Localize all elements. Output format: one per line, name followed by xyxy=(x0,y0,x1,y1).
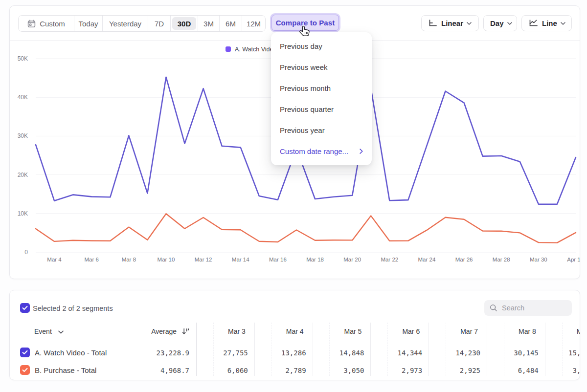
column-header-mar-3[interactable]: Mar 3 xyxy=(228,327,246,335)
column-divider xyxy=(370,323,371,376)
cell-value: 2,925 xyxy=(460,367,480,374)
column-divider xyxy=(545,323,545,376)
column-header-event[interactable]: Event xyxy=(34,327,64,335)
x-tick-label: Mar 14 xyxy=(232,257,249,262)
sort-icon xyxy=(182,328,189,335)
cell-average: 4,968.7 xyxy=(160,367,189,374)
x-tick-label: Mar 24 xyxy=(418,257,436,262)
average-header-label: Average xyxy=(151,327,177,335)
cell-value: 6,060 xyxy=(227,367,248,374)
x-tick-label: Mar 26 xyxy=(455,257,473,262)
row-checkbox[interactable] xyxy=(20,365,30,375)
series-line-b[interactable] xyxy=(36,214,576,242)
menu-item-label: Previous day xyxy=(280,42,322,50)
column-header-mar-4[interactable]: Mar 4 xyxy=(286,327,304,335)
cell-value: 15,232 xyxy=(568,349,580,357)
cell-value: 14,230 xyxy=(455,349,480,357)
column-divider-dotted xyxy=(504,323,504,376)
cell-value: 3,050 xyxy=(343,367,364,374)
x-tick-label: Mar 8 xyxy=(122,257,136,262)
x-tick-label: Mar 20 xyxy=(343,257,361,262)
column-divider xyxy=(313,323,313,376)
column-divider-dotted xyxy=(329,323,330,376)
cell-value: 3,200 xyxy=(572,367,580,374)
x-tick-label: Mar 28 xyxy=(493,257,510,262)
cell-value: 6,484 xyxy=(518,367,539,374)
y-tick-label: 40K xyxy=(9,94,28,101)
y-tick-label: 50K xyxy=(9,55,28,62)
row-label: B. Purchase - Total xyxy=(35,366,96,374)
preset-label: 6M xyxy=(226,20,236,28)
column-header-mar-5[interactable]: Mar 5 xyxy=(344,327,362,335)
column-header-mar-8[interactable]: Mar 8 xyxy=(519,327,536,335)
y-tick-label: 10K xyxy=(9,210,28,217)
cell-value: 30,145 xyxy=(514,349,539,357)
cell-value: 2,973 xyxy=(402,367,422,374)
column-divider-dotted xyxy=(562,323,563,376)
y-tick-label: 20K xyxy=(9,172,28,178)
cell-value: 27,755 xyxy=(223,349,248,357)
search-box[interactable] xyxy=(484,300,572,316)
column-divider xyxy=(254,323,255,376)
preset-label: 7D xyxy=(155,20,164,28)
check-icon xyxy=(22,350,28,355)
check-icon xyxy=(22,368,28,372)
x-tick-label: Mar 22 xyxy=(381,257,398,262)
x-tick-label: Mar 18 xyxy=(306,257,324,262)
column-divider xyxy=(429,323,429,376)
selected-segments-label: Selected 2 of 2 segments xyxy=(33,305,113,312)
column-divider-dotted xyxy=(213,323,214,376)
column-header-mar-6[interactable]: Mar 6 xyxy=(402,327,420,335)
cell-value: 14,344 xyxy=(398,349,423,357)
cell-value: 2,789 xyxy=(285,367,306,374)
preset-label: Custom xyxy=(40,20,65,28)
row-label: A. Watch Video - Total xyxy=(35,348,107,357)
menu-item-label: Custom date range... xyxy=(280,147,348,155)
column-header-mar-9[interactable]: Mar 9 xyxy=(577,327,580,335)
check-icon xyxy=(22,305,28,310)
menu-item-previous-day[interactable]: Previous day xyxy=(271,36,372,57)
menu-item-previous-month[interactable]: Previous month xyxy=(271,78,372,99)
column-divider-dotted xyxy=(387,323,388,376)
x-tick-label: Mar 4 xyxy=(47,257,61,262)
preset-label: Today xyxy=(78,20,98,28)
menu-item-label: Previous year xyxy=(280,126,325,134)
search-input[interactable] xyxy=(502,304,565,312)
menu-item-label: Previous quarter xyxy=(280,105,334,113)
x-tick-label: Apr 1 xyxy=(567,257,580,262)
event-header-label: Event xyxy=(34,327,52,335)
preset-label: 3M xyxy=(203,20,214,28)
menu-item-previous-quarter[interactable]: Previous quarter xyxy=(271,99,372,120)
x-tick-label: Mar 12 xyxy=(195,257,212,262)
chevron-down-icon xyxy=(58,330,64,334)
column-divider xyxy=(196,323,197,376)
menu-item-custom-date-range[interactable]: Custom date range... xyxy=(271,141,372,162)
pointer-cursor-icon xyxy=(299,25,310,37)
menu-item-label: Previous month xyxy=(280,84,331,92)
preset-label: 12M xyxy=(247,20,261,28)
search-icon xyxy=(490,304,497,312)
x-tick-label: Mar 16 xyxy=(269,257,287,262)
cell-average: 23,228.9 xyxy=(157,349,189,357)
column-header-mar-7[interactable]: Mar 7 xyxy=(460,327,478,335)
compare-to-past-menu: Previous dayPrevious weekPrevious monthP… xyxy=(271,32,372,165)
calendar-icon xyxy=(27,20,36,28)
column-divider xyxy=(487,323,487,376)
y-tick-label: 30K xyxy=(9,132,28,139)
preset-label: Yesterday xyxy=(109,20,141,28)
menu-item-previous-year[interactable]: Previous year xyxy=(271,120,372,141)
segments-table-card: Selected 2 of 2 segments Event Average M… xyxy=(9,290,580,380)
preset-label: 30D xyxy=(178,20,191,28)
y-tick-label: 0 xyxy=(9,249,28,256)
cell-value: 13,286 xyxy=(281,349,306,357)
column-header-average[interactable]: Average xyxy=(151,327,189,335)
menu-item-previous-week[interactable]: Previous week xyxy=(271,57,372,78)
cell-value: 14,848 xyxy=(339,349,364,357)
x-tick-label: Mar 6 xyxy=(85,257,99,262)
x-tick-label: Mar 30 xyxy=(530,257,547,262)
row-checkbox[interactable] xyxy=(20,348,30,357)
x-tick-label: Mar 10 xyxy=(158,257,175,262)
select-all-checkbox[interactable] xyxy=(20,303,30,313)
column-divider-dotted xyxy=(271,323,272,376)
menu-item-label: Previous week xyxy=(280,63,328,71)
